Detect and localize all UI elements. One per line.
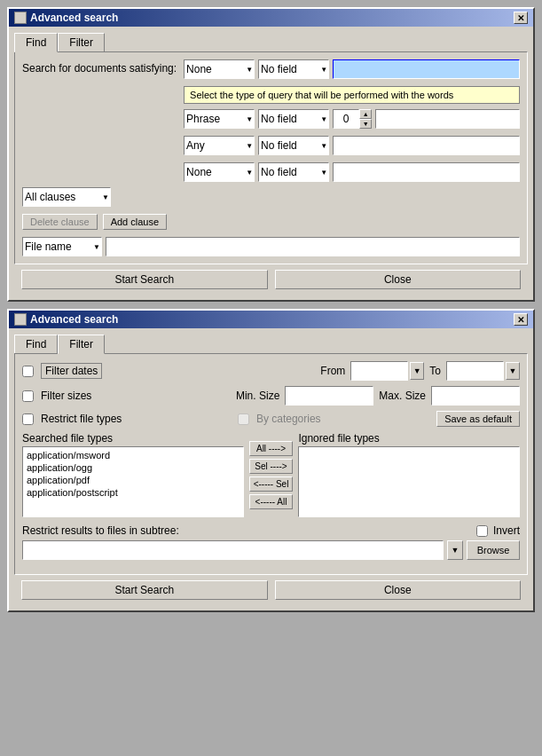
- filename-type-wrapper: File name Path: [22, 237, 102, 256]
- filter-sizes-label: Filter sizes: [41, 390, 91, 402]
- clause-row-2: None Any Phrase All words Boolean No fie…: [184, 109, 520, 129]
- clause1-type-wrapper: None Any Phrase All words Boolean: [184, 59, 255, 79]
- filter-dates-checkbox[interactable]: [22, 366, 34, 377]
- subtree-dropdown-btn[interactable]: ▼: [447, 540, 463, 560]
- clause2-field-select[interactable]: No field Title Author Subject Keywords: [258, 109, 329, 129]
- ignored-file-types-list[interactable]: [298, 446, 520, 517]
- clause1-type-select[interactable]: None Any Phrase All words Boolean: [184, 59, 255, 79]
- bottom-bar-2: Start Search Close: [14, 575, 528, 605]
- clause3-type-wrapper: None Any Phrase All words Boolean: [184, 136, 255, 155]
- title-bar-1: Advanced search ✕: [9, 9, 533, 27]
- clause2-field-wrapper: No field Title Author Subject Keywords: [258, 109, 329, 129]
- invert-section: Invert: [476, 524, 520, 537]
- tabs-2: Find Filter: [14, 334, 528, 353]
- clause3-type-select[interactable]: None Any Phrase All words Boolean: [184, 136, 255, 155]
- restrict-file-types-label: Restrict file types: [41, 413, 122, 425]
- sel-left-button[interactable]: <----- Sel: [249, 476, 294, 492]
- all-clauses-wrapper: All clauses Any clause: [22, 187, 111, 207]
- search-for-label: Search for documents satisfying:: [22, 61, 177, 76]
- clause2-type-select[interactable]: None Any Phrase All words Boolean: [184, 109, 255, 129]
- clause4-type-select[interactable]: None Any Phrase All words Boolean: [184, 162, 255, 182]
- to-label: To: [429, 365, 441, 377]
- spinner-up[interactable]: ▲: [359, 109, 372, 119]
- tab-content-find: Search for documents satisfying: None An…: [14, 51, 528, 264]
- restrict-file-types-checkbox[interactable]: [22, 413, 34, 425]
- sel-right-button[interactable]: Sel ---->: [249, 459, 294, 474]
- start-search-button-1[interactable]: Start Search: [21, 270, 268, 289]
- title-bar-2: Advanced search ✕: [9, 311, 533, 328]
- clause3-field-wrapper: No field Title Author Subject Keywords: [258, 136, 329, 155]
- filename-input[interactable]: [106, 237, 520, 256]
- max-size-input[interactable]: [431, 386, 520, 406]
- tab-find-2[interactable]: Find: [14, 335, 58, 354]
- all-right-button[interactable]: All ---->: [249, 441, 294, 456]
- list-item: application/pdf: [25, 474, 241, 486]
- spinner-down[interactable]: ▼: [359, 119, 372, 129]
- ignored-file-types-label: Ignored file types: [298, 432, 520, 445]
- invert-checkbox[interactable]: [476, 525, 488, 537]
- restrict-subtree-label-row: Restrict results to files in subtree: In…: [22, 524, 520, 537]
- max-size-label: Max. Size: [379, 390, 426, 402]
- from-date-input[interactable]: 1/1/94: [350, 361, 408, 381]
- from-date-group: 1/1/94 ▼: [350, 361, 424, 381]
- min-size-input[interactable]: [285, 386, 373, 406]
- clause3-text-input[interactable]: [333, 136, 520, 155]
- add-clause-button[interactable]: Add clause: [103, 214, 167, 230]
- list-item: application/postscript: [25, 486, 241, 499]
- all-clauses-select[interactable]: All clauses Any clause: [22, 187, 111, 207]
- close-button-main-1[interactable]: Close: [275, 270, 522, 289]
- tabs-1: Find Filter: [14, 32, 528, 51]
- to-date-group: 12/31/12 ▼: [446, 361, 520, 381]
- close-button-1[interactable]: ✕: [514, 12, 528, 24]
- subtree-input-row: ▼ Browse: [22, 540, 520, 560]
- filter-dates-label: Filter dates: [41, 363, 102, 379]
- clause2-text-input[interactable]: [375, 109, 520, 129]
- to-date-btn[interactable]: ▼: [506, 362, 520, 380]
- searched-file-types-list[interactable]: application/msword application/ogg appli…: [22, 446, 244, 517]
- clause3-field-select[interactable]: No field Title Author Subject Keywords: [258, 136, 329, 155]
- clause2-spinner: ▲ ▼: [333, 109, 372, 129]
- close-button-main-2[interactable]: Close: [275, 580, 522, 600]
- bottom-bar-1: Start Search Close: [14, 264, 528, 295]
- invert-label: Invert: [493, 524, 520, 537]
- clause4-field-select[interactable]: No field Title Author Subject Keywords: [258, 162, 329, 182]
- clause2-number-input[interactable]: [333, 109, 359, 129]
- from-date-btn[interactable]: ▼: [410, 362, 424, 380]
- all-left-button[interactable]: <----- All: [249, 494, 294, 509]
- filename-type-select[interactable]: File name Path: [22, 237, 102, 256]
- browse-button[interactable]: Browse: [467, 540, 520, 560]
- tab-content-filter: Filter dates From 1/1/94 ▼ To 12/31/12 ▼…: [14, 353, 528, 575]
- clause2-spinner-btns: ▲ ▼: [359, 109, 372, 129]
- from-label: From: [320, 365, 345, 377]
- clause1-field-select[interactable]: No field Title Author Subject Keywords: [258, 59, 329, 79]
- clause-row-3: None Any Phrase All words Boolean No fie…: [184, 136, 520, 155]
- tab-find-1[interactable]: Find: [14, 33, 58, 52]
- advanced-search-window-2: Advanced search ✕ Find Filter Filter dat…: [7, 309, 535, 612]
- clause-row-1: None Any Phrase All words Boolean No fie…: [184, 59, 520, 79]
- close-button-2[interactable]: ✕: [514, 313, 528, 326]
- clause1-hint: Select the type of query that will be pe…: [184, 86, 520, 104]
- tab-filter-2[interactable]: Filter: [58, 335, 105, 354]
- searched-file-types-label: Searched file types: [22, 432, 244, 445]
- clause4-text-input[interactable]: [333, 162, 520, 182]
- subtree-input[interactable]: [22, 540, 444, 560]
- filter-sizes-checkbox[interactable]: [22, 390, 34, 402]
- delete-clause-button[interactable]: Delete clause: [22, 214, 98, 230]
- tab-filter-1[interactable]: Filter: [58, 33, 105, 52]
- list-item: application/msword: [25, 449, 241, 461]
- clause4-type-wrapper: None Any Phrase All words Boolean: [184, 162, 255, 182]
- to-date-input[interactable]: 12/31/12: [446, 361, 504, 381]
- min-size-label: Min. Size: [236, 390, 279, 402]
- clause-row-4: None Any Phrase All words Boolean No fie…: [184, 162, 520, 182]
- start-search-button-2[interactable]: Start Search: [21, 580, 268, 600]
- file-types-container: Searched file types application/msword a…: [22, 432, 520, 517]
- window-title-2: Advanced search: [30, 313, 118, 326]
- list-item: application/ogg: [25, 461, 241, 474]
- by-categories-checkbox[interactable]: [238, 413, 249, 425]
- filter-dates-row: Filter dates From 1/1/94 ▼ To 12/31/12 ▼: [22, 361, 520, 381]
- window-icon-1: [14, 12, 27, 24]
- save-as-default-button[interactable]: Save as default: [436, 411, 520, 427]
- clause1-text-input[interactable]: [333, 59, 520, 79]
- transfer-buttons: All ----> Sel ----> <----- Sel <----- Al…: [249, 432, 294, 517]
- window-title-1: Advanced search: [30, 12, 118, 24]
